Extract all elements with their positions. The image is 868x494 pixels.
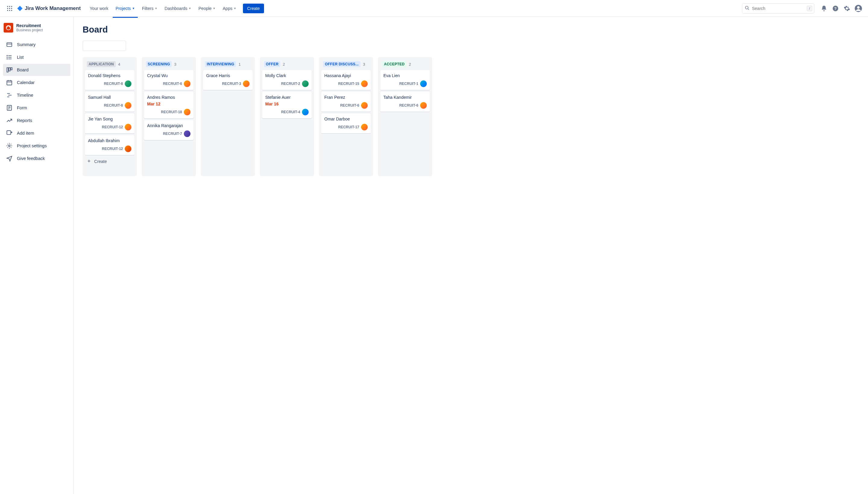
sidebar-item-reports[interactable]: Reports xyxy=(3,114,70,127)
nav-people[interactable]: People▼ xyxy=(196,4,219,13)
card-title: Annika Rangarajan xyxy=(147,123,190,128)
assignee-avatar[interactable] xyxy=(125,102,131,109)
card-title: Stefanie Auer xyxy=(265,95,309,100)
assignee-avatar[interactable] xyxy=(420,102,427,109)
sidebar-item-label: List xyxy=(17,55,24,60)
search-hotkey-badge: / xyxy=(807,6,812,11)
chevron-down-icon: ▼ xyxy=(213,7,216,10)
assignee-avatar[interactable] xyxy=(420,80,427,87)
sidebar-item-timeline[interactable]: Timeline xyxy=(3,89,70,101)
nav-dashboards[interactable]: Dashboards▼ xyxy=(162,4,194,13)
sidebar-item-give-feedback[interactable]: Give feedback xyxy=(3,152,70,165)
card-title: Donald Stephens xyxy=(88,73,131,78)
assignee-avatar[interactable] xyxy=(184,130,190,137)
header-actions: ? xyxy=(819,4,863,13)
card-due-date: Mar 12 xyxy=(147,101,190,106)
sidebar-item-form[interactable]: Form xyxy=(3,102,70,114)
calendar-icon xyxy=(6,79,13,86)
search-input[interactable] xyxy=(742,3,814,14)
sidebar-item-list[interactable]: List xyxy=(3,51,70,63)
board-card[interactable]: Donald StephensRECRUIT-8 xyxy=(85,70,134,90)
column-header[interactable]: OFFER DISCUSS...3 xyxy=(321,59,371,70)
board-card[interactable]: Omar DarboeRECRUIT-17 xyxy=(321,114,371,133)
nav-filters[interactable]: Filters▼ xyxy=(139,4,160,13)
board-search xyxy=(82,41,126,51)
assignee-avatar[interactable] xyxy=(361,124,368,130)
board-card[interactable]: Grace HarrisRECRUIT-3 xyxy=(203,70,253,90)
card-key: RECRUIT-2 xyxy=(281,82,300,86)
assignee-avatar[interactable] xyxy=(361,80,368,87)
card-title: Hassana Ajayi xyxy=(324,73,368,78)
svg-point-4 xyxy=(9,8,10,9)
sidebar-item-board[interactable]: Board xyxy=(3,64,70,76)
column-header[interactable]: OFFER2 xyxy=(262,59,312,70)
assignee-avatar[interactable] xyxy=(302,80,309,87)
sidebar-item-project-settings[interactable]: Project settings xyxy=(3,140,70,152)
board-column: INTERVIEWING1Grace HarrisRECRUIT-3 xyxy=(201,57,255,176)
column-header[interactable]: ACCEPTED2 xyxy=(380,59,430,70)
create-card-button[interactable]: +Create xyxy=(85,155,134,168)
board-card[interactable]: Eva LienRECRUIT-1 xyxy=(380,70,430,90)
board-card[interactable]: Andres RamosMar 12RECRUIT-18 xyxy=(144,92,193,118)
top-nav: Jira Work Management Your work Projects▼… xyxy=(0,0,868,17)
settings-icon[interactable] xyxy=(842,4,852,13)
board-card[interactable]: Molly ClarkRECRUIT-2 xyxy=(262,70,312,90)
board-card[interactable]: Taha KandemirRECRUIT-6 xyxy=(380,92,430,112)
notifications-icon[interactable] xyxy=(819,4,829,13)
svg-point-1 xyxy=(9,6,10,7)
assignee-avatar[interactable] xyxy=(125,80,131,87)
assignee-avatar[interactable] xyxy=(125,146,131,152)
card-key: RECRUIT-17 xyxy=(338,125,359,129)
sidebar-item-summary[interactable]: Summary xyxy=(3,39,70,51)
card-key: RECRUIT-12 xyxy=(102,147,123,151)
nav-your-work[interactable]: Your work xyxy=(87,4,112,13)
board-search-input[interactable] xyxy=(82,41,126,51)
card-title: Abdullah Ibrahim xyxy=(88,138,131,143)
board-card[interactable]: Abdullah IbrahimRECRUIT-12 xyxy=(85,135,134,155)
product-logo[interactable]: Jira Work Management xyxy=(17,5,81,12)
column-header[interactable]: SCREENING3 xyxy=(144,59,193,70)
svg-point-3 xyxy=(7,8,8,9)
assignee-avatar[interactable] xyxy=(125,124,131,130)
board-card[interactable]: Crystal WuRECRUIT-6 xyxy=(144,70,193,90)
nav-projects[interactable]: Projects▼ xyxy=(113,4,138,13)
page-title: Board xyxy=(82,25,859,35)
column-count: 2 xyxy=(409,62,411,66)
board-card[interactable]: Hassana AjayiRECRUIT-15 xyxy=(321,70,371,90)
chevron-down-icon: ▼ xyxy=(154,7,157,10)
sidebar-item-calendar[interactable]: Calendar xyxy=(3,77,70,89)
profile-icon[interactable] xyxy=(853,4,863,13)
board-card[interactable]: Annika RangarajanRECRUIT-7 xyxy=(144,120,193,140)
help-icon[interactable]: ? xyxy=(831,4,840,13)
column-header[interactable]: INTERVIEWING1 xyxy=(203,59,253,70)
project-header[interactable]: Recruitment Business project xyxy=(3,23,70,37)
board-column: OFFER DISCUSS...3Hassana AjayiRECRUIT-15… xyxy=(319,57,373,176)
assignee-avatar[interactable] xyxy=(361,102,368,109)
assignee-avatar[interactable] xyxy=(184,109,190,115)
svg-point-21 xyxy=(7,55,7,56)
assignee-avatar[interactable] xyxy=(184,80,190,87)
card-key: RECRUIT-4 xyxy=(281,110,300,114)
search-icon xyxy=(745,5,750,11)
sidebar-item-add-item[interactable]: Add item xyxy=(3,127,70,139)
project-name: Recruitment xyxy=(16,23,43,28)
board-card[interactable]: Stefanie AuerMar 16RECRUIT-4 xyxy=(262,92,312,118)
board-card[interactable]: Fran PerezRECRUIT-6 xyxy=(321,92,371,112)
board-card[interactable]: Samuel HallRECRUIT-8 xyxy=(85,92,134,112)
column-count: 3 xyxy=(363,62,365,66)
board-icon xyxy=(6,66,13,73)
column-title: OFFER DISCUSS... xyxy=(323,61,361,67)
assignee-avatar[interactable] xyxy=(243,80,250,87)
app-switcher-icon[interactable] xyxy=(5,4,15,13)
column-header[interactable]: APPLICATION4 xyxy=(85,59,134,70)
card-title: Crystal Wu xyxy=(147,73,190,78)
sidebar-item-label: Form xyxy=(17,106,27,110)
card-title: Grace Harris xyxy=(206,73,250,78)
nav-items: Your work Projects▼ Filters▼ Dashboards▼… xyxy=(87,4,264,13)
board-column: OFFER2Molly ClarkRECRUIT-2Stefanie AuerM… xyxy=(260,57,314,176)
assignee-avatar[interactable] xyxy=(302,109,309,115)
nav-apps[interactable]: Apps▼ xyxy=(220,4,239,13)
column-count: 4 xyxy=(118,62,120,66)
create-button[interactable]: Create xyxy=(243,4,264,13)
board-card[interactable]: Jie Yan SongRECRUIT-12 xyxy=(85,114,134,133)
